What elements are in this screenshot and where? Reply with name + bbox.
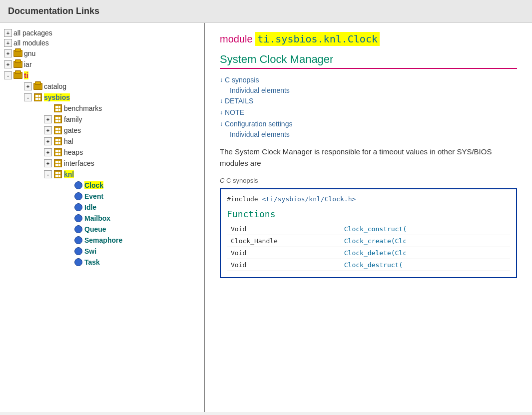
synopsis-label: C C synopsis (220, 177, 517, 184)
sidebar: + all packages + all modules + gnu + iar… (0, 23, 205, 412)
sidebar-item-idle[interactable]: Idle (74, 202, 200, 213)
table-row: Void Clock_construct( (227, 223, 510, 235)
toggle-gnu[interactable]: + (4, 49, 12, 57)
pkg-icon-iar (13, 60, 22, 69)
label-semaphore: Semaphore (84, 236, 122, 244)
content-area: module ti.sysbios.knl.Clock System Clock… (205, 23, 532, 412)
sidebar-item-heaps[interactable]: + heaps (44, 147, 200, 158)
toggle-hal[interactable]: + (44, 137, 52, 145)
sidebar-item-all-modules[interactable]: + all modules (4, 38, 200, 48)
knl-children: Clock Event Idle Mailbo (34, 180, 200, 268)
sidebar-item-task[interactable]: Task (74, 257, 200, 268)
synopsis-text: C synopsis (226, 177, 258, 184)
functions-title: Functions (227, 209, 510, 219)
label-catalog: catalog (44, 82, 66, 90)
label-task: Task (84, 258, 100, 266)
label-all-modules: all modules (13, 39, 49, 47)
sidebar-item-ti[interactable]: - ti (4, 70, 200, 81)
sidebar-item-clock[interactable]: Clock (74, 180, 200, 191)
circle-icon-semaphore (74, 236, 83, 245)
link-individual-elements-2[interactable]: Individual elements (230, 129, 290, 139)
sidebar-item-sysbios[interactable]: - sysbios (24, 92, 200, 103)
link-note[interactable]: NOTE (225, 107, 244, 117)
label-idle: Idle (84, 203, 96, 211)
label-swi: Swi (84, 247, 96, 255)
label-mailbox: Mailbox (84, 214, 110, 222)
sysbios-children: benchmarks + family + gates (24, 103, 200, 268)
sidebar-item-iar[interactable]: + iar (4, 59, 200, 70)
link-c-synopsis[interactable]: C synopsis (225, 75, 259, 85)
circle-icon-swi (74, 247, 83, 256)
label-interfaces: interfaces (64, 159, 94, 167)
sidebar-item-swi[interactable]: Swi (74, 246, 200, 257)
toggle-catalog[interactable]: + (24, 82, 32, 90)
functions-table: Void Clock_construct( Clock_Handle Clock… (227, 223, 510, 271)
arrow-details: ↓ (220, 97, 223, 104)
nav-links: ↓ C synopsis Individual elements ↓ DETAI… (220, 75, 517, 138)
sidebar-item-benchmarks[interactable]: benchmarks (44, 103, 200, 114)
toggle-gates[interactable]: + (44, 126, 52, 134)
toggle-iar[interactable]: + (4, 60, 12, 68)
arrow-c-synopsis: ↓ (220, 76, 223, 83)
mod-icon-knl (53, 170, 62, 179)
circle-icon-queue (74, 225, 83, 234)
label-ti: ti (24, 71, 28, 79)
section-title: System Clock Manager (220, 53, 517, 69)
page-header: Documentation Links (0, 0, 532, 23)
sidebar-item-catalog[interactable]: + catalog (24, 81, 200, 92)
toggle-all-packages[interactable]: + (4, 29, 12, 37)
code-include: #include <ti/sysbios/knl/Clock.h> (227, 195, 510, 203)
toggle-ti[interactable]: - (4, 71, 12, 79)
label-knl: knl (64, 170, 74, 178)
link-details[interactable]: DETAILS (225, 96, 253, 106)
sidebar-item-queue[interactable]: Queue (74, 224, 200, 235)
label-gates: gates (64, 126, 81, 134)
arrow-config: ↓ (220, 120, 223, 127)
func-ret-1: Void (227, 223, 340, 235)
mod-icon-gates (53, 126, 62, 135)
arrow-note: ↓ (220, 109, 223, 116)
toggle-interfaces[interactable]: + (44, 159, 52, 167)
sidebar-item-event[interactable]: Event (74, 191, 200, 202)
sidebar-item-hal[interactable]: + hal (44, 136, 200, 147)
mod-icon-hal (53, 137, 62, 146)
label-iar: iar (24, 60, 32, 68)
link-config[interactable]: Configuration settings (225, 119, 292, 129)
table-row: Clock_Handle Clock_create(Clc (227, 235, 510, 247)
link-individual-elements-1[interactable]: Individual elements (230, 85, 290, 95)
toggle-family[interactable]: + (44, 115, 52, 123)
func-ret-4: Void (227, 259, 340, 271)
ti-children: + catalog - sysbios (14, 81, 200, 268)
sidebar-item-mailbox[interactable]: Mailbox (74, 213, 200, 224)
label-hal: hal (64, 137, 73, 145)
sidebar-item-interfaces[interactable]: + interfaces (44, 158, 200, 169)
circle-icon-idle (74, 203, 83, 212)
table-row: Void Clock_delete(Clc (227, 247, 510, 259)
code-box: #include <ti/sysbios/knl/Clock.h> Functi… (220, 188, 517, 278)
sidebar-item-knl[interactable]: - knl (44, 169, 200, 180)
page-title: Documentation Links (8, 6, 99, 16)
sidebar-item-semaphore[interactable]: Semaphore (74, 235, 200, 246)
label-queue: Queue (84, 225, 106, 233)
circle-icon-event (74, 192, 83, 201)
module-name: ti.sysbios.knl.Clock (255, 32, 380, 46)
toggle-knl[interactable]: - (44, 170, 52, 178)
func-sig-3: Clock_delete(Clc (340, 247, 510, 259)
label-clock: Clock (84, 181, 103, 189)
circle-icon-task (74, 258, 83, 267)
func-sig-1: Clock_construct( (340, 223, 510, 235)
include-path: <ti/sysbios/knl/Clock.h> (262, 195, 356, 203)
mod-icon-heaps (53, 148, 62, 157)
toggle-all-modules[interactable]: + (4, 39, 12, 47)
pkg-icon-catalog (33, 82, 42, 91)
sidebar-item-all-packages[interactable]: + all packages (4, 28, 200, 38)
func-sig-4: Clock_destruct( (340, 259, 510, 271)
sidebar-item-family[interactable]: + family (44, 114, 200, 125)
sidebar-item-gnu[interactable]: + gnu (4, 48, 200, 59)
toggle-sysbios[interactable]: - (24, 93, 32, 101)
main-layout: + all packages + all modules + gnu + iar… (0, 23, 532, 412)
mod-icon-sysbios (33, 93, 42, 102)
module-keyword: module (220, 33, 253, 44)
sidebar-item-gates[interactable]: + gates (44, 125, 200, 136)
toggle-heaps[interactable]: + (44, 148, 52, 156)
